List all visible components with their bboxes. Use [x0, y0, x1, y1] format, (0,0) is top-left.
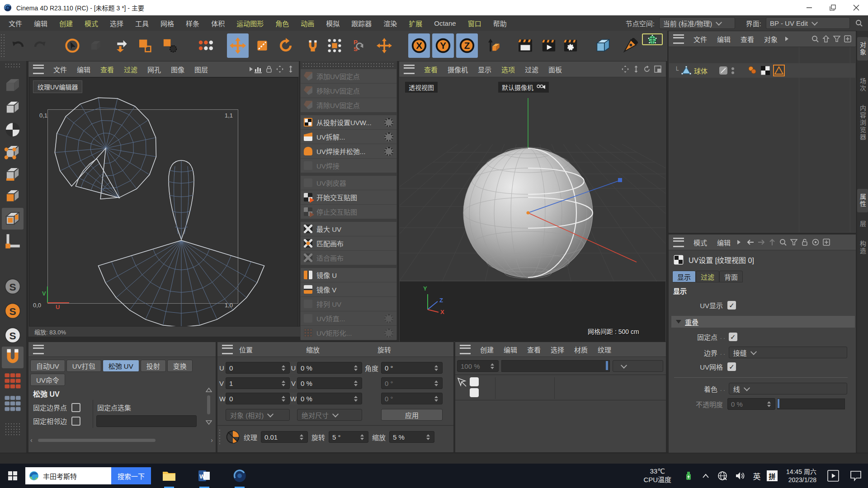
dock-tab-objects[interactable]: 对象	[857, 37, 868, 61]
material-tag-icon[interactable]	[747, 65, 758, 76]
cmd-stop-interactive-mapping[interactable]: 停止交互贴图	[301, 205, 396, 219]
rot-v-field[interactable]: 0 °	[381, 377, 443, 389]
panel-menu-icon[interactable]	[404, 65, 415, 74]
zoom-vertical-icon[interactable]	[285, 64, 296, 74]
scroll-right-icon[interactable]: ›	[211, 438, 213, 442]
scroll-up-icon[interactable]	[206, 387, 212, 393]
dock-tab-attributes[interactable]: 属性	[857, 189, 868, 212]
model-mode-button[interactable]	[3, 98, 22, 117]
visibility-dots-icon[interactable]	[731, 66, 735, 75]
menu-edit[interactable]: 编辑	[28, 19, 53, 28]
spinner-icon[interactable]	[359, 434, 365, 440]
tab-uv-commands[interactable]: UV命令	[30, 374, 65, 386]
uv-canvas[interactable]: 纹理UV编辑器 0,1 1,1 0,0 1,0 V U	[29, 77, 298, 327]
spinner-icon[interactable]	[425, 434, 431, 440]
uv-mesh-checkbox[interactable]	[727, 362, 736, 371]
quantize-red-button[interactable]	[3, 371, 22, 390]
spinner-icon[interactable]	[490, 363, 495, 369]
y-axis-toggle[interactable]: Y	[432, 33, 454, 58]
viewport-maximize-icon[interactable]	[652, 64, 663, 74]
start-button[interactable]	[0, 464, 25, 488]
attr-back-icon[interactable]	[745, 237, 756, 247]
lock-magnet-tool[interactable]	[304, 33, 322, 58]
cinema4d-taskbar-icon[interactable]	[228, 464, 251, 488]
mat-menu-create[interactable]: 创建	[475, 345, 499, 354]
cmd-mirror-v[interactable]: 镜像 V	[301, 282, 396, 297]
viewport-pan-icon[interactable]	[620, 64, 631, 74]
uv-menu-layer[interactable]: 图层	[189, 65, 213, 74]
spinner-icon[interactable]	[281, 365, 286, 371]
spinner-icon[interactable]	[434, 380, 439, 386]
shading-select[interactable]: 线	[729, 383, 847, 394]
scale-tool[interactable]	[251, 33, 273, 58]
uv-menu-view[interactable]: 查看	[95, 65, 119, 74]
om-menu-object[interactable]: 对象	[759, 34, 783, 44]
scale-v-field[interactable]: 0 %	[297, 377, 362, 389]
polygon-mode-button[interactable]	[3, 187, 22, 206]
tab-transform[interactable]: 变换	[167, 360, 193, 372]
attr-add-icon[interactable]	[821, 237, 832, 247]
panel-menu-icon[interactable]	[222, 345, 233, 354]
cmd-uv-straighten[interactable]: UV矫直...	[301, 311, 396, 326]
vp-menu-options[interactable]: 选项	[496, 65, 520, 74]
maximize-button[interactable]	[821, 0, 844, 15]
object-row-sphere[interactable]: └ 球体	[669, 63, 855, 78]
menu-simulate[interactable]: 模拟	[320, 19, 345, 28]
menu-volume[interactable]: 体积	[205, 19, 231, 28]
rotate-tool[interactable]	[275, 33, 297, 58]
cmd-uv-peeler[interactable]: UV剥皮器	[301, 176, 396, 190]
make-editable-button[interactable]	[3, 76, 22, 95]
boundary-select[interactable]: 接缝	[729, 347, 847, 358]
gear-icon[interactable]	[384, 147, 393, 156]
om-add-icon[interactable]	[842, 34, 853, 44]
mat-menu-select[interactable]: 选择	[546, 345, 569, 354]
taskbar-search-box[interactable]: 丰田考斯特 搜索一下	[25, 467, 151, 484]
panel-menu-icon[interactable]	[673, 34, 684, 44]
vp-menu-filter[interactable]: 过滤	[520, 65, 543, 74]
pin-selection-field[interactable]	[96, 415, 197, 427]
uvw-tag-icon[interactable]	[760, 65, 771, 76]
menu-character[interactable]: 角色	[269, 19, 295, 28]
gear-icon[interactable]	[384, 132, 393, 141]
object-tree-area[interactable]: └ 球体	[669, 47, 855, 232]
redo-button[interactable]	[29, 33, 51, 58]
menu-tracker[interactable]: 跟踪器	[345, 19, 377, 28]
uv-display-checkbox[interactable]	[727, 301, 736, 310]
x-axis-toggle[interactable]: X	[408, 33, 430, 58]
v-scrollbar-thumb[interactable]	[207, 395, 210, 414]
solo-off-button[interactable]: S	[3, 277, 22, 296]
om-menu-view[interactable]: 查看	[736, 34, 759, 44]
color-swatch[interactable]	[470, 388, 479, 397]
color-swatch[interactable]	[470, 377, 479, 386]
apply-button[interactable]: 应用	[381, 409, 443, 421]
node-space-select[interactable]: 当前 (标准/物理)	[659, 17, 735, 29]
panel-menu-icon[interactable]	[33, 65, 44, 74]
frame-selection-tool[interactable]	[134, 33, 156, 58]
enable-snap-button[interactable]	[2, 347, 24, 368]
cpu-temperature-widget[interactable]: 33℃ CPU温度	[643, 467, 671, 484]
viewport-canvas[interactable]: 透视视图 默认摄像机 Y Z X 网格间距 : 500 cm	[400, 77, 665, 342]
panel-menu-icon[interactable]	[460, 345, 471, 354]
search-icon[interactable]	[854, 18, 864, 28]
spinner-icon[interactable]	[281, 380, 286, 386]
disabled-cube-tool[interactable]	[85, 33, 107, 58]
strip-drag-handle[interactable]	[218, 429, 222, 445]
texture-step-field[interactable]: 0.01	[261, 431, 308, 443]
slider-handle[interactable]	[606, 361, 608, 370]
interface-select[interactable]: BP - UV Edit	[766, 17, 850, 29]
edge-mode-button[interactable]	[3, 164, 22, 183]
quantize-blue-button[interactable]	[3, 394, 22, 413]
uv-menu-image[interactable]: 图像	[166, 65, 189, 74]
tool-with-gear[interactable]	[159, 33, 181, 58]
vp-menu-camera[interactable]: 摄像机	[443, 65, 473, 74]
uv-menu-file[interactable]: 文件	[48, 65, 72, 74]
usb-device-icon[interactable]	[679, 464, 698, 488]
search-go-button[interactable]: 搜索一下	[111, 467, 151, 484]
cmd-uv-rectangularize[interactable]: UV矩形化...	[301, 326, 396, 340]
attr-menu-mode[interactable]: 模式	[689, 238, 712, 247]
network-globe-icon[interactable]	[714, 464, 731, 488]
dock-tab-content-browser[interactable]: 内容浏览器	[857, 100, 868, 145]
point-mode-button[interactable]	[3, 142, 22, 161]
coord-mode-select[interactable]: 对象 (相对)	[226, 409, 290, 421]
coordinate-system-button[interactable]	[483, 33, 505, 58]
